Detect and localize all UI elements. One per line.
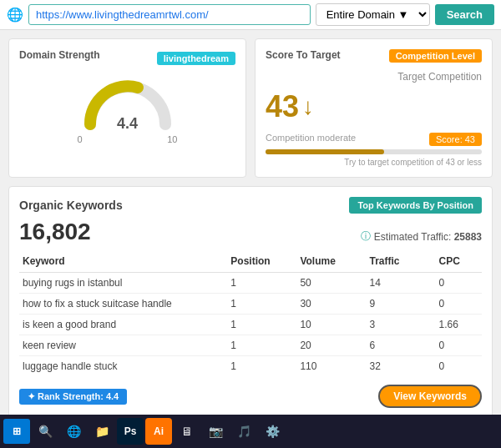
top-bar: 🌐 Entire Domain ▼ Search xyxy=(0,0,501,30)
score-badge: Score: 43 xyxy=(429,133,482,146)
domain-value: 4.4 xyxy=(117,115,138,133)
cell-keyword: is keen a good brand xyxy=(19,315,227,335)
organic-keywords-section: Organic Keywords Top Keywords By Positio… xyxy=(8,186,493,419)
table-header-row: Keyword Position Volume Traffic CPC xyxy=(19,252,482,273)
info-icon: ⓘ xyxy=(361,229,371,244)
score-arrow-icon: ↓ xyxy=(302,93,314,120)
taskbar: ⊞ 🔍 🌐 📁 Ps Ai 🖥 📷 🎵 ⚙️ xyxy=(0,415,501,448)
cell-keyword: how to fix a stuck suitcase handle xyxy=(19,294,227,315)
donut-wrapper: 4.4 xyxy=(78,74,178,133)
donut-min: 0 xyxy=(78,134,83,144)
cell-traffic: 14 xyxy=(366,273,435,294)
cell-keyword: luggage handle stuck xyxy=(19,356,227,377)
taskbar-search-icon[interactable]: 🔍 xyxy=(32,418,58,445)
col-header-traffic: Traffic xyxy=(366,252,435,273)
domain-select[interactable]: Entire Domain ▼ xyxy=(316,3,430,26)
score-note: Try to target competition of 43 or less xyxy=(266,158,482,167)
top-keywords-button[interactable]: Top Keywords By Position xyxy=(349,197,482,214)
cell-position: 1 xyxy=(227,273,296,294)
rank-badge: ✦ Rank Strength: 4.4 xyxy=(19,389,127,405)
cell-position: 1 xyxy=(227,315,296,335)
cell-position: 1 xyxy=(227,294,296,315)
estimated-traffic-label: Estimated Traffic: xyxy=(374,231,451,243)
keywords-table: Keyword Position Volume Traffic CPC buyi… xyxy=(19,252,482,376)
taskbar-browser-icon[interactable]: 🌐 xyxy=(60,418,87,445)
search-button[interactable]: Search xyxy=(435,4,494,25)
cell-cpc: 0 xyxy=(436,273,482,294)
col-header-keyword: Keyword xyxy=(19,252,227,273)
cell-volume: 20 xyxy=(296,335,366,356)
score-card-top: Score To Target Competition Level xyxy=(266,49,482,68)
domain-strength-card: Domain Strength livingthedream 4.4 0 10 xyxy=(8,38,246,178)
table-row: how to fix a stuck suitcase handle 1 30 … xyxy=(19,294,482,315)
cell-traffic: 9 xyxy=(366,294,435,315)
taskbar-screen-icon[interactable]: 🖥 xyxy=(174,418,200,445)
keyword-count: 16,802 xyxy=(19,219,91,245)
start-button[interactable]: ⊞ xyxy=(3,419,30,444)
score-title: Score To Target xyxy=(266,49,341,61)
cell-keyword: buying rugs in istanbul xyxy=(19,273,227,294)
score-to-target-card: Score To Target Competition Level Target… xyxy=(255,38,493,178)
donut-chart: 4.4 0 10 xyxy=(19,74,235,144)
table-row: luggage handle stuck 1 110 32 0 xyxy=(19,356,482,377)
cell-traffic: 32 xyxy=(366,356,435,377)
cell-volume: 110 xyxy=(296,356,366,377)
cell-volume: 50 xyxy=(296,273,366,294)
col-header-cpc: CPC xyxy=(436,252,482,273)
estimated-traffic-value: 25883 xyxy=(454,231,482,243)
progress-bar-fill xyxy=(266,149,384,154)
view-keywords-button[interactable]: View Keywords xyxy=(378,385,482,408)
domain-strength-title: Domain Strength xyxy=(19,49,100,61)
score-number: 43 ↓ xyxy=(266,89,482,124)
organic-header: Organic Keywords Top Keywords By Positio… xyxy=(19,197,482,214)
organic-title: Organic Keywords xyxy=(19,199,123,212)
domain-badge: livingthedream xyxy=(157,52,235,65)
cell-cpc: 0 xyxy=(436,335,482,356)
cell-position: 1 xyxy=(227,356,296,377)
col-header-volume: Volume xyxy=(296,252,366,273)
table-row: is keen a good brand 1 10 3 1.66 xyxy=(19,315,482,335)
taskbar-folder-icon[interactable]: 📁 xyxy=(89,418,115,445)
competition-badge: Competition Level xyxy=(389,49,482,63)
cell-traffic: 6 xyxy=(366,335,435,356)
cards-row: Domain Strength livingthedream 4.4 0 10 xyxy=(0,30,501,186)
target-competition: Target Competition xyxy=(266,71,482,83)
taskbar-settings-icon[interactable]: ⚙️ xyxy=(259,418,286,445)
globe-icon: 🌐 xyxy=(7,7,23,23)
table-row: buying rugs in istanbul 1 50 14 0 xyxy=(19,273,482,294)
taskbar-ai-icon[interactable]: Ai xyxy=(145,418,172,445)
cell-keyword: keen review xyxy=(19,335,227,356)
donut-labels: 0 10 xyxy=(78,134,178,144)
cell-volume: 30 xyxy=(296,294,366,315)
organic-footer: ✦ Rank Strength: 4.4 View Keywords xyxy=(19,385,482,408)
cell-cpc: 0 xyxy=(436,294,482,315)
estimated-traffic-row: ⓘ Estimated Traffic: 25883 xyxy=(361,229,482,244)
taskbar-music-icon[interactable]: 🎵 xyxy=(230,418,257,445)
donut-max: 10 xyxy=(167,134,177,144)
cell-traffic: 3 xyxy=(366,315,435,335)
url-input[interactable] xyxy=(28,4,311,25)
taskbar-ps-icon[interactable]: Ps xyxy=(117,418,144,445)
progress-bar-bg xyxy=(266,149,482,154)
taskbar-photo-icon[interactable]: 📷 xyxy=(202,418,229,445)
col-header-position: Position xyxy=(227,252,296,273)
cell-cpc: 0 xyxy=(436,356,482,377)
table-row: keen review 1 20 6 0 xyxy=(19,335,482,356)
cell-cpc: 1.66 xyxy=(436,315,482,335)
cell-position: 1 xyxy=(227,335,296,356)
cell-volume: 10 xyxy=(296,315,366,335)
competition-label: Competition moderate xyxy=(266,133,356,143)
